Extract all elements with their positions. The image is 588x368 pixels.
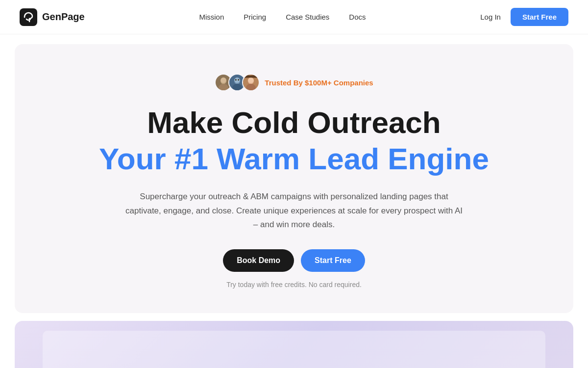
- hero-headline-line2: Your #1 Warm Lead Engine: [99, 141, 489, 176]
- hero-subtext: Try today with free credits. No card req…: [226, 281, 362, 289]
- avatar-face-3: [243, 75, 259, 90]
- navbar: GenPage Mission Pricing Case Studies Doc…: [0, 0, 588, 34]
- svg-point-4: [221, 78, 226, 83]
- avatar-3: [242, 74, 260, 91]
- svg-point-9: [235, 79, 237, 81]
- svg-rect-0: [20, 8, 37, 26]
- logo-text: GenPage: [42, 11, 85, 23]
- login-link[interactable]: Log In: [480, 13, 501, 21]
- hero-headline-line1: Make Cold Outreach: [147, 106, 441, 139]
- start-free-nav-button[interactable]: Start Free: [511, 8, 568, 26]
- preview-inner: [43, 331, 545, 368]
- trusted-badge: Trusted By $100M+ Companies: [215, 74, 373, 91]
- avatar-group: [215, 74, 260, 91]
- nav-links: Mission Pricing Case Studies Docs: [199, 13, 366, 21]
- nav-link-case-studies[interactable]: Case Studies: [286, 13, 329, 21]
- hero-description: Supercharge your outreach & ABM campaign…: [122, 190, 466, 231]
- navbar-actions: Log In Start Free: [480, 8, 568, 26]
- svg-point-14: [248, 78, 254, 83]
- hero-buttons: Book Demo Start Free: [223, 249, 365, 272]
- svg-point-10: [238, 79, 240, 81]
- start-free-hero-button[interactable]: Start Free: [301, 249, 365, 272]
- logo[interactable]: GenPage: [20, 8, 85, 26]
- nav-link-mission[interactable]: Mission: [199, 13, 224, 21]
- nav-link-pricing[interactable]: Pricing: [244, 13, 266, 21]
- logo-icon: [20, 8, 37, 26]
- book-demo-button[interactable]: Book Demo: [223, 249, 294, 272]
- hero-section: Trusted By $100M+ Companies Make Cold Ou…: [15, 44, 573, 313]
- trusted-text: Trusted By $100M+ Companies: [265, 79, 373, 87]
- preview-section: [15, 321, 573, 368]
- nav-link-docs[interactable]: Docs: [349, 13, 366, 21]
